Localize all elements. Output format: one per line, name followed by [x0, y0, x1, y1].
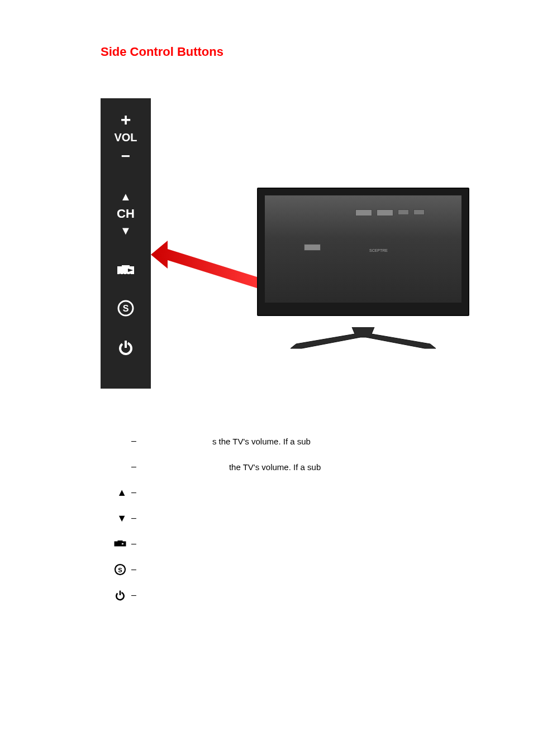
vol-minus-label: −: [121, 147, 130, 165]
desc-power: –: [101, 587, 447, 603]
source-s-icon-small: S: [101, 563, 131, 576]
svg-text:S: S: [118, 567, 122, 573]
desc-ch-down: ▼ –: [101, 510, 447, 526]
ch-up-label: ▲: [120, 190, 131, 203]
triangle-down-icon: ▼: [101, 513, 131, 524]
main-graphic: + VOL − ▲ CH ▼ S: [101, 98, 458, 389]
input-icon: [117, 262, 135, 278]
ch-down-label: ▼: [120, 224, 131, 237]
triangle-up-icon: ▲: [101, 487, 131, 499]
svg-marker-4: [151, 241, 257, 288]
tv-brand-label: SCEPTRE: [369, 248, 388, 252]
tv-illustration: SCEPTRE: [257, 188, 469, 333]
power-icon-small: [101, 588, 131, 602]
desc-input: –: [101, 536, 447, 552]
side-button-panel: + VOL − ▲ CH ▼ S: [101, 98, 151, 389]
desc-vol-down: – the TV's volume. If a sub: [101, 459, 447, 475]
vol-plus-label: +: [121, 109, 131, 130]
source-s-icon: S: [117, 299, 135, 317]
power-icon: [117, 338, 135, 356]
description-list: – s the TV's volume. If a sub – the TV's…: [101, 433, 447, 603]
input-icon-small: [101, 537, 131, 551]
desc-vol-up: – s the TV's volume. If a sub: [101, 433, 447, 449]
tv-stand-icon: [285, 327, 441, 350]
page-title: Side Control Buttons: [101, 45, 533, 59]
svg-text:S: S: [123, 304, 129, 313]
desc-ch-up: ▲ –: [101, 485, 447, 500]
pointer-arrow-icon: [151, 238, 257, 288]
vol-label: VOL: [114, 131, 137, 144]
desc-source: S –: [101, 562, 447, 577]
ch-label: CH: [117, 207, 135, 221]
